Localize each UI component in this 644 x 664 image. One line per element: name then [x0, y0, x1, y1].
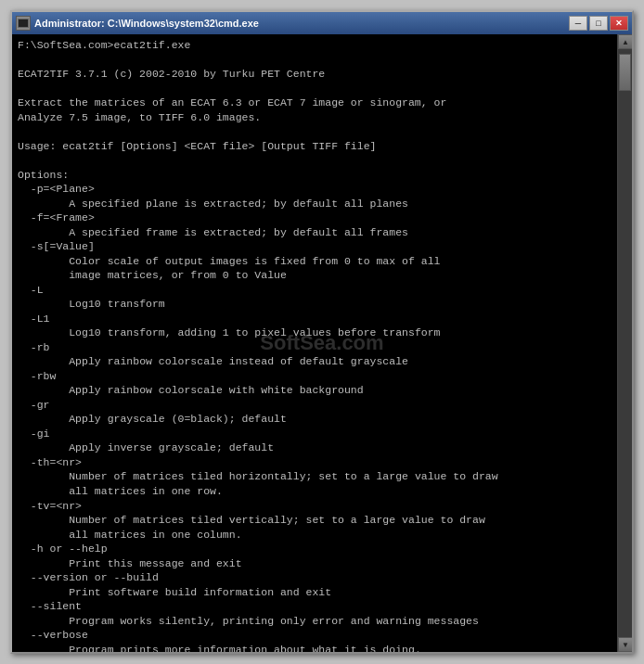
scroll-track[interactable] [618, 49, 632, 637]
window-controls: ─ □ ✕ [569, 16, 628, 31]
scroll-down-button[interactable]: ▼ [618, 637, 632, 652]
terminal-area: F:\SoftSea.com>ecat2tif.exe ECAT2TIF 3.7… [12, 34, 632, 652]
cmd-window: Administrator: C:\Windows\system32\cmd.e… [10, 10, 634, 654]
terminal-output[interactable]: F:\SoftSea.com>ecat2tif.exe ECAT2TIF 3.7… [12, 34, 617, 652]
window-title: Administrator: C:\Windows\system32\cmd.e… [34, 18, 569, 29]
close-button[interactable]: ✕ [610, 16, 628, 31]
maximize-button[interactable]: □ [589, 16, 608, 31]
scrollbar[interactable]: ▲ ▼ [617, 34, 632, 652]
cmd-window-icon [16, 16, 31, 31]
scroll-up-button[interactable]: ▲ [618, 34, 632, 49]
minimize-button[interactable]: ─ [569, 16, 587, 31]
scroll-thumb[interactable] [619, 54, 631, 91]
titlebar: Administrator: C:\Windows\system32\cmd.e… [12, 12, 632, 34]
